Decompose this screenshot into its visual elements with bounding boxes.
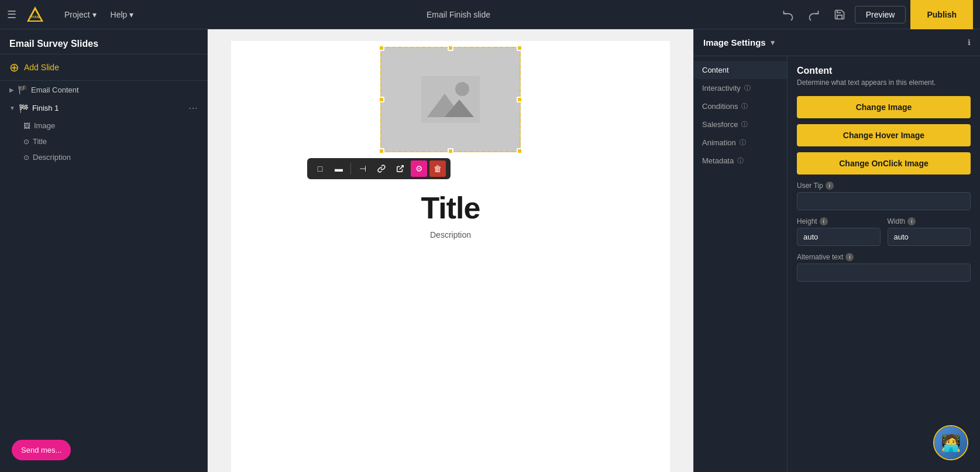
svg-point-6 [455,82,469,96]
canvas-description[interactable]: Description [430,230,471,240]
toolbar-rect-button[interactable]: ▬ [331,160,347,177]
redo-button[interactable] [803,6,824,23]
content-section-desc: Determine what text appears in this elem… [797,78,971,87]
panel-tab-salesforce[interactable]: Salesforce ⓘ [694,115,787,134]
arrow-icon: ▼ [9,105,15,111]
top-nav: ☰ TITAN Project ▾ Help ▾ Email Finish sl… [0,0,980,29]
right-panel: Image Settings ▼ ℹ Content Interactivity… [693,29,980,472]
sidebar-item-image[interactable]: 🖼 Image [0,118,207,134]
handle-tr[interactable] [517,45,522,51]
toolbar-delete-button[interactable]: 🗑 [429,160,446,177]
panel-title: Image Settings ▼ [703,37,776,47]
metadata-info-icon[interactable]: ⓘ [737,156,744,165]
svg-text:TITAN: TITAN [29,15,39,19]
panel-left-tabs: Content Interactivity ⓘ Conditions ⓘ Sal… [694,56,788,472]
width-info-icon[interactable]: i [907,217,916,225]
animation-info-icon[interactable]: ⓘ [740,138,746,147]
sidebar-item-title[interactable]: ⊙ Title [0,134,207,149]
width-input[interactable] [888,228,971,246]
toolbar-external-button[interactable] [392,160,408,177]
toolbar-link-button[interactable] [373,160,390,177]
toolbar-separator [350,163,351,175]
height-field: Height i [797,217,881,246]
user-tip-input[interactable] [797,192,971,210]
change-image-button[interactable]: Change Image [797,96,971,118]
toolbar-settings-button[interactable]: ⚙ [411,160,427,177]
canvas-content: 🗑 [231,41,670,472]
avatar-helper[interactable]: 🧑‍💻 [933,425,968,460]
handle-tm[interactable] [448,45,453,51]
handle-bl[interactable] [379,148,384,154]
width-field: Width i [888,217,971,246]
arrow-icon: ▶ [9,87,14,93]
sidebar-title: Email Survey Slides [0,29,207,54]
toolbar-square-button[interactable]: □ [312,160,328,177]
image-icon: 🖼 [23,122,30,130]
handle-bm[interactable] [448,148,453,154]
titan-logo-icon: TITAN [26,5,44,24]
panel-tab-metadata[interactable]: Metadata ⓘ [694,152,787,170]
flag-icon: 🏴 [18,85,27,94]
svg-line-9 [400,166,403,169]
panel-info-icon[interactable]: ℹ [968,38,971,47]
center-title: Email Finish slide [149,10,768,19]
interactivity-info-icon[interactable]: ⓘ [744,84,751,93]
help-menu[interactable]: Help ▾ [105,6,140,23]
dimensions-row: Height i Width i [797,217,971,246]
preview-button[interactable]: Preview [855,6,906,23]
user-tip-label: User Tip i [797,182,971,190]
alt-text-input[interactable] [797,264,971,282]
alt-text-info-icon[interactable]: i [845,253,854,261]
sidebar: Email Survey Slides ⊕ Add Slide ▶ 🏴 Emai… [0,29,208,472]
panel-tab-content[interactable]: Content [694,61,787,79]
conditions-info-icon[interactable]: ⓘ [741,102,748,111]
title-icon: ⊙ [23,138,29,146]
avatar-image: 🧑‍💻 [934,426,967,459]
panel-tab-conditions[interactable]: Conditions ⓘ [694,97,787,115]
mountain-placeholder-svg [421,76,480,123]
alt-text-label: Alternative text i [797,253,971,261]
image-placeholder-inner [421,76,480,123]
canvas-title[interactable]: Title [421,190,480,225]
top-actions: Preview Publish [778,0,973,29]
change-hover-image-button[interactable]: Change Hover Image [797,124,971,146]
user-tip-info-icon[interactable]: i [826,182,834,190]
canvas-area[interactable]: 🗑 [208,29,693,472]
handle-ml[interactable] [379,97,384,102]
description-icon: ⊙ [23,153,29,162]
toolbar-align-button[interactable]: ⊣ [355,160,371,177]
add-icon: ⊕ [9,60,19,74]
panel-content: Content Interactivity ⓘ Conditions ⓘ Sal… [694,56,980,472]
height-info-icon[interactable]: i [820,217,828,225]
hamburger-icon[interactable]: ☰ [7,8,16,21]
element-toolbar: □ ▬ ⊣ ⚙ 🗑 [307,158,451,179]
salesforce-info-icon[interactable]: ⓘ [741,120,748,129]
panel-tab-animation[interactable]: Animation ⓘ [694,134,787,152]
three-dots-icon[interactable]: ⋯ [188,102,198,114]
publish-button[interactable]: Publish [910,0,973,29]
main-layout: Email Survey Slides ⊕ Add Slide ▶ 🏴 Emai… [0,29,980,472]
save-button[interactable] [829,6,850,23]
undo-button[interactable] [778,6,799,23]
handle-br[interactable] [517,148,522,154]
panel-header: Image Settings ▼ ℹ [694,29,980,56]
logo: TITAN [26,5,44,24]
sidebar-item-description[interactable]: ⊙ Description [0,149,207,165]
image-element[interactable] [380,47,521,152]
height-input[interactable] [797,228,881,246]
content-section-title: Content [797,66,971,76]
sidebar-item-finish-1[interactable]: ▼ 🏁 Finish 1 ⋯ [0,98,207,118]
finish-icon: 🏁 [19,104,29,113]
panel-arrow-icon[interactable]: ▼ [769,39,776,47]
project-menu[interactable]: Project ▾ [59,6,102,23]
handle-tl[interactable] [379,45,384,51]
sidebar-item-email-content[interactable]: ▶ 🏴 Email Content [0,81,207,98]
nav-menu: Project ▾ Help ▾ [59,6,139,23]
add-slide-button[interactable]: ⊕ Add Slide [0,54,207,81]
handle-mr[interactable] [517,97,522,102]
panel-tab-interactivity[interactable]: Interactivity ⓘ [694,79,787,97]
send-message-button[interactable]: Send mes... [12,440,71,460]
panel-right-content: Content Determine what text appears in t… [788,56,980,472]
change-onclick-image-button[interactable]: Change OnClick Image [797,152,971,175]
